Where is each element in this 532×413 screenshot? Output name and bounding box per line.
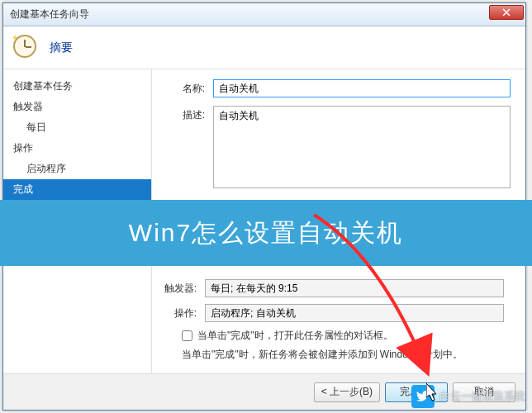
hint-text: 当单击"完成"时，新任务将会被创建并添加到 Windows 计划中。 bbox=[159, 348, 504, 362]
banner-text: Win7怎么设置自动关机 bbox=[129, 216, 403, 250]
close-button[interactable] bbox=[489, 5, 524, 20]
trigger-value bbox=[205, 279, 504, 297]
name-input[interactable] bbox=[213, 79, 511, 97]
trigger-label: 触发器: bbox=[159, 282, 205, 296]
sidebar-item-create[interactable]: 创建基本任务 bbox=[3, 76, 151, 97]
tutorial-banner: Win7怎么设置自动关机 bbox=[0, 200, 532, 266]
desc-textarea[interactable] bbox=[213, 106, 511, 188]
sidebar-item-action[interactable]: 操作 bbox=[3, 138, 151, 159]
back-button[interactable]: < 上一步(B) bbox=[314, 382, 380, 402]
name-label: 名称: bbox=[167, 79, 213, 96]
watermark-text: 白云一键重装系统 bbox=[439, 389, 525, 404]
sidebar-item-start-program[interactable]: 启动程序 bbox=[3, 159, 151, 179]
action-label: 操作: bbox=[159, 306, 205, 320]
window-title: 创建基本任务向导 bbox=[7, 7, 89, 21]
wizard-header: ✦ 摘要 bbox=[3, 26, 525, 69]
desc-label: 描述: bbox=[167, 106, 213, 122]
clock-icon: ✦ bbox=[13, 35, 40, 61]
sidebar-item-trigger[interactable]: 触发器 bbox=[3, 97, 151, 117]
sidebar-item-daily[interactable]: 每日 bbox=[3, 117, 151, 138]
action-value bbox=[205, 304, 504, 322]
twitter-icon bbox=[411, 385, 435, 408]
watermark: 白云一键重装系统 bbox=[411, 385, 525, 408]
page-title: 摘要 bbox=[50, 40, 73, 55]
titlebar: 创建基本任务向导 bbox=[3, 3, 525, 26]
sidebar-item-finish[interactable]: 完成 bbox=[3, 179, 151, 200]
checkbox-label: 当单击"完成"时，打开此任务属性的对话框。 bbox=[197, 329, 393, 343]
summary-readout: 触发器: 操作: 当单击"完成"时，打开此任务属性的对话框。 当单击"完成"时，… bbox=[159, 269, 519, 362]
open-properties-checkbox[interactable] bbox=[182, 330, 192, 341]
